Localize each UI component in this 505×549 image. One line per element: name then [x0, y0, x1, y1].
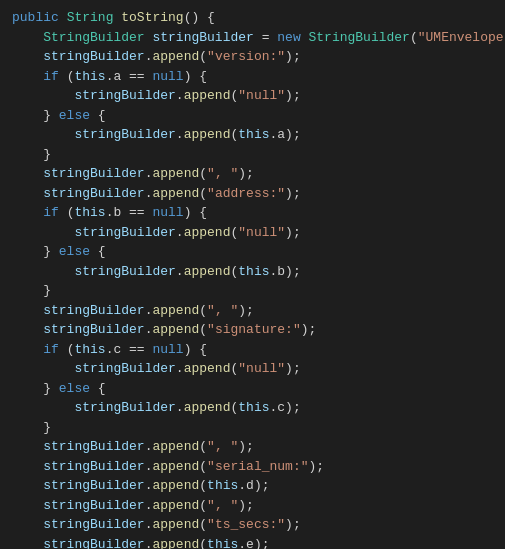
- code-token: else: [59, 242, 90, 262]
- code-token: );: [238, 496, 254, 516]
- code-token: );: [285, 359, 301, 379]
- code-line: stringBuilder.append(this.c);: [0, 398, 505, 418]
- code-line: } else {: [0, 242, 505, 262]
- code-line: stringBuilder.append(this.a);: [0, 125, 505, 145]
- code-token: .b);: [270, 262, 301, 282]
- code-token: (: [230, 223, 238, 243]
- code-token: [12, 301, 43, 321]
- code-line: stringBuilder.append("null");: [0, 359, 505, 379]
- code-token: stringBuilder: [74, 398, 175, 418]
- code-line: stringBuilder.append(this.b);: [0, 262, 505, 282]
- code-token: StringBuilder: [309, 28, 410, 48]
- code-token: (: [199, 301, 207, 321]
- code-token: );: [238, 164, 254, 184]
- code-line: stringBuilder.append(this.e);: [0, 535, 505, 550]
- code-token: .c);: [270, 398, 301, 418]
- code-token: .: [145, 301, 153, 321]
- code-token: "null": [238, 359, 285, 379]
- code-token: this: [74, 340, 105, 360]
- code-token: if: [43, 203, 59, 223]
- code-token: (: [230, 262, 238, 282]
- code-token: [12, 262, 74, 282]
- code-token: stringBuilder: [43, 47, 144, 67]
- code-token: append: [152, 496, 199, 516]
- code-token: append: [184, 223, 231, 243]
- code-token: [12, 28, 43, 48]
- code-token: =: [254, 28, 277, 48]
- code-token: new: [277, 28, 300, 48]
- code-token: [12, 496, 43, 516]
- code-token: append: [152, 437, 199, 457]
- code-token: [12, 125, 74, 145]
- code-token: .: [145, 320, 153, 340]
- code-line: if (this.b == null) {: [0, 203, 505, 223]
- code-token: append: [152, 164, 199, 184]
- code-line: stringBuilder.append("signature:");: [0, 320, 505, 340]
- code-token: (: [410, 28, 418, 48]
- code-token: [12, 47, 43, 67]
- code-line: stringBuilder.append("version:");: [0, 47, 505, 67]
- code-token: [12, 223, 74, 243]
- code-token: this: [74, 67, 105, 87]
- code-token: stringBuilder: [43, 496, 144, 516]
- code-token: "version:": [207, 47, 285, 67]
- code-line: stringBuilder.append("serial_num:");: [0, 457, 505, 477]
- code-token: }: [12, 418, 51, 438]
- code-token: "ts_secs:": [207, 515, 285, 535]
- code-token: stringBuilder: [74, 223, 175, 243]
- code-token: (: [199, 184, 207, 204]
- code-token: append: [152, 457, 199, 477]
- code-token: .: [145, 515, 153, 535]
- code-token: append: [152, 184, 199, 204]
- code-token: .b ==: [106, 203, 153, 223]
- code-line: stringBuilder.append(this.d);: [0, 476, 505, 496]
- code-token: }: [12, 242, 59, 262]
- code-token: {: [90, 242, 106, 262]
- code-token: this: [74, 203, 105, 223]
- code-line: }: [0, 145, 505, 165]
- code-token: [12, 203, 43, 223]
- code-token: .: [176, 125, 184, 145]
- code-block: public String toString() { StringBuilder…: [0, 0, 505, 549]
- code-token: stringBuilder: [74, 86, 175, 106]
- code-token: );: [238, 437, 254, 457]
- code-line: public String toString() {: [0, 8, 505, 28]
- code-token: (: [59, 340, 75, 360]
- code-token: this: [207, 535, 238, 550]
- code-token: }: [12, 281, 51, 301]
- code-token: stringBuilder: [43, 515, 144, 535]
- code-token: );: [285, 223, 301, 243]
- code-token: (: [199, 535, 207, 550]
- code-token: (: [230, 398, 238, 418]
- code-token: if: [43, 67, 59, 87]
- code-token: (: [59, 203, 75, 223]
- code-token: stringBuilder: [152, 28, 253, 48]
- code-token: .: [176, 262, 184, 282]
- code-token: stringBuilder: [43, 457, 144, 477]
- code-token: this: [238, 398, 269, 418]
- code-token: append: [152, 535, 199, 550]
- code-token: (: [199, 437, 207, 457]
- code-token: [301, 28, 309, 48]
- code-token: StringBuilder: [43, 28, 144, 48]
- code-line: stringBuilder.append("ts_secs:");: [0, 515, 505, 535]
- code-token: ", ": [207, 301, 238, 321]
- code-token: (: [199, 320, 207, 340]
- code-token: (: [230, 125, 238, 145]
- code-token: .: [176, 359, 184, 379]
- code-token: stringBuilder: [43, 535, 144, 550]
- code-token: append: [184, 398, 231, 418]
- code-line: stringBuilder.append(", ");: [0, 301, 505, 321]
- code-token: if: [43, 340, 59, 360]
- code-token: "UMEnvelope(": [418, 28, 505, 48]
- code-token: else: [59, 106, 90, 126]
- code-token: stringBuilder: [43, 184, 144, 204]
- code-token: [12, 457, 43, 477]
- code-token: );: [285, 86, 301, 106]
- code-token: .a);: [270, 125, 301, 145]
- code-line: }: [0, 281, 505, 301]
- code-token: [12, 398, 74, 418]
- code-token: String: [67, 8, 114, 28]
- code-token: [12, 359, 74, 379]
- code-token: this: [238, 125, 269, 145]
